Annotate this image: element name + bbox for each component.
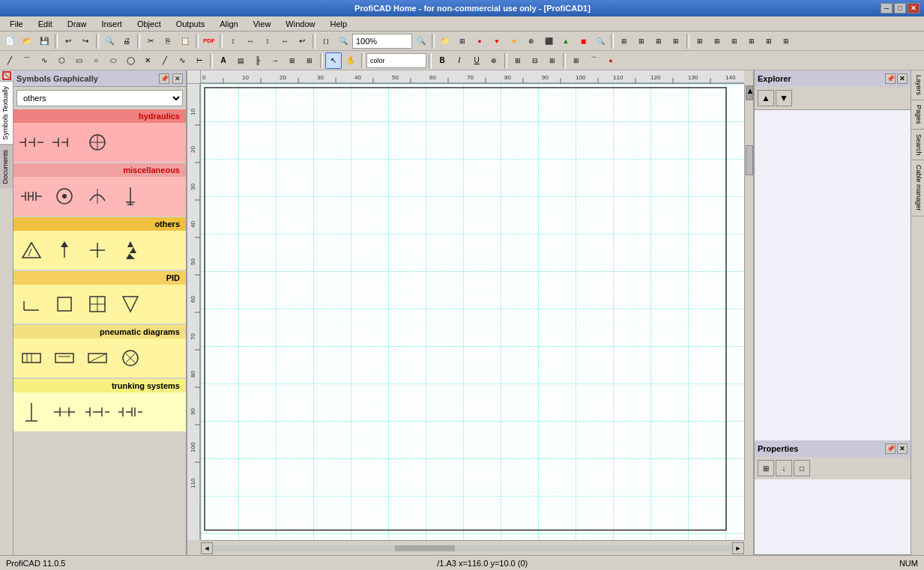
menu-draw[interactable]: Draw xyxy=(61,17,94,31)
properties-pin-button[interactable]: 📌 xyxy=(885,443,896,454)
menu-insert[interactable]: Insert xyxy=(94,17,129,31)
italic-button[interactable]: I xyxy=(451,52,468,69)
select-tool[interactable]: ↖ xyxy=(325,52,342,69)
zoom-frame-button[interactable]: [ ] xyxy=(318,33,334,49)
cross-tool[interactable]: ✕ xyxy=(139,52,156,69)
symbol-item[interactable] xyxy=(115,181,145,211)
layer-btn-4[interactable]: ★ xyxy=(506,33,522,49)
special-btn-2[interactable]: ⊞ xyxy=(568,52,585,69)
menu-help[interactable]: Help xyxy=(323,17,354,31)
print-button[interactable]: 🖨 xyxy=(118,33,135,49)
open-button[interactable]: 📂 xyxy=(19,33,35,49)
layer-btn-5[interactable]: ⊛ xyxy=(523,33,540,49)
layer-btn-6[interactable]: ⬛ xyxy=(540,33,557,49)
symbol-item[interactable] xyxy=(16,127,46,157)
explorer-down-button[interactable]: ▼ xyxy=(776,90,792,106)
slash-tool[interactable]: ╱ xyxy=(157,52,173,69)
layer-btn-9[interactable]: 🔍 xyxy=(592,33,609,49)
arrow-tool-4[interactable]: ↔ xyxy=(277,33,293,49)
menu-align[interactable]: Align xyxy=(213,17,244,31)
layer-btn-2[interactable]: ● xyxy=(471,33,488,49)
export-pdf-button[interactable]: PDF xyxy=(201,33,217,49)
wave-tool[interactable]: ∿ xyxy=(174,52,190,69)
prop-btn-2[interactable]: ↓ xyxy=(776,460,792,476)
cut-button[interactable]: ✂ xyxy=(142,33,159,49)
bus-tool[interactable]: ⊞ xyxy=(284,52,301,69)
symbol-item[interactable] xyxy=(16,397,46,427)
close-button[interactable]: ✕ xyxy=(908,3,920,13)
folder-yellow-button[interactable]: 📁 xyxy=(437,33,453,49)
line-tool[interactable]: ╱ xyxy=(1,52,18,69)
layer-btn-3[interactable]: ♥ xyxy=(489,33,505,49)
underline-button[interactable]: U xyxy=(468,52,485,69)
hand-tool[interactable]: ✋ xyxy=(342,52,359,69)
panel-close-button[interactable]: ✕ xyxy=(172,73,183,84)
symbol-item[interactable] xyxy=(49,289,79,319)
oval-tool[interactable]: ◯ xyxy=(122,52,139,69)
explorer-close-button[interactable]: ✕ xyxy=(897,73,908,84)
prop-btn-1[interactable]: ⊞ xyxy=(758,460,774,476)
scrollbar-thumb-h[interactable] xyxy=(395,545,455,551)
scroll-left-button[interactable]: ◄ xyxy=(201,542,213,554)
arrow-draw-tool[interactable]: → xyxy=(267,52,283,69)
color-display[interactable]: color xyxy=(366,53,426,68)
bezier-tool[interactable]: ∿ xyxy=(36,52,52,69)
new-button[interactable]: 📄 xyxy=(1,33,18,49)
scrollbar-up-arrow[interactable]: ▲ xyxy=(746,85,753,100)
symbol-item[interactable] xyxy=(16,343,46,373)
special-btn-3[interactable]: ⌒ xyxy=(585,52,602,69)
snap-btn-6[interactable]: ⊞ xyxy=(778,33,794,49)
term-tool[interactable]: ⊢ xyxy=(191,52,208,69)
drawing-canvas[interactable] xyxy=(201,84,744,540)
arrow-tool-3[interactable]: ↕ xyxy=(259,33,276,49)
tab-documents[interactable]: Documents xyxy=(0,145,13,189)
symbols-graphically-icon[interactable] xyxy=(0,70,13,81)
symbol-item[interactable] xyxy=(49,127,79,157)
poly-tool[interactable]: ⬡ xyxy=(53,52,70,69)
minimize-button[interactable]: ─ xyxy=(881,3,893,13)
misc-btn-4[interactable]: ⊞ xyxy=(668,33,684,49)
tab-symbols-textually[interactable]: Symbols Textually xyxy=(0,81,13,145)
tab-pages[interactable]: Pages xyxy=(911,100,924,130)
tab-layers[interactable]: Layers xyxy=(911,70,924,100)
arrow-tool-5[interactable]: ↩ xyxy=(294,33,310,49)
symbol-item[interactable] xyxy=(49,181,79,211)
rect-tool[interactable]: ▭ xyxy=(70,52,87,69)
align-right-btn[interactable]: ⊞ xyxy=(544,52,561,69)
maximize-button[interactable]: □ xyxy=(894,3,906,13)
marker-tool[interactable]: ╟ xyxy=(250,52,266,69)
paste-button[interactable]: 📋 xyxy=(177,33,193,49)
misc-btn-2[interactable]: ⊞ xyxy=(633,33,650,49)
print-preview-button[interactable]: 🔍 xyxy=(101,33,118,49)
panel-pin-button[interactable]: 📌 xyxy=(159,73,169,84)
ellipse-tool[interactable]: ⬭ xyxy=(105,52,121,69)
arc-tool[interactable]: ⌒ xyxy=(19,52,35,69)
arrow-tool-1[interactable]: ↕ xyxy=(225,33,241,49)
symbol-item[interactable] xyxy=(115,235,145,265)
menu-window[interactable]: Window xyxy=(279,17,321,31)
symbol-item[interactable] xyxy=(49,235,79,265)
menu-outputs[interactable]: Outputs xyxy=(169,17,212,31)
undo-button[interactable]: ↩ xyxy=(60,33,76,49)
zoom-in-icon[interactable]: 🔍 xyxy=(335,33,351,49)
symbol-item[interactable] xyxy=(49,397,79,427)
properties-close-button[interactable]: ✕ xyxy=(897,443,908,454)
misc-btn-3[interactable]: ⊞ xyxy=(650,33,667,49)
bold-button[interactable]: B xyxy=(434,52,450,69)
category-select[interactable]: others hydraulics miscellaneous PID pneu… xyxy=(16,90,183,106)
arrow-tool-2[interactable]: ↔ xyxy=(242,33,259,49)
layer-btn-1[interactable]: ⊞ xyxy=(454,33,471,49)
vertical-scrollbar[interactable]: ▲ xyxy=(744,84,753,540)
snap-btn-1[interactable]: ⊞ xyxy=(692,33,708,49)
symbol-item[interactable] xyxy=(49,343,79,373)
symbol-item[interactable] xyxy=(82,235,112,265)
symbol-item[interactable] xyxy=(115,289,145,319)
snap-btn-2[interactable]: ⊞ xyxy=(709,33,725,49)
align-left-btn[interactable]: ⊞ xyxy=(510,52,526,69)
symbol-item[interactable] xyxy=(115,397,145,427)
menu-file[interactable]: File xyxy=(3,17,30,31)
snap-btn-3[interactable]: ⊞ xyxy=(726,33,743,49)
textbox-tool[interactable]: ▤ xyxy=(232,52,249,69)
layer-btn-7[interactable]: ▲ xyxy=(558,33,574,49)
save-button[interactable]: 💾 xyxy=(36,33,52,49)
